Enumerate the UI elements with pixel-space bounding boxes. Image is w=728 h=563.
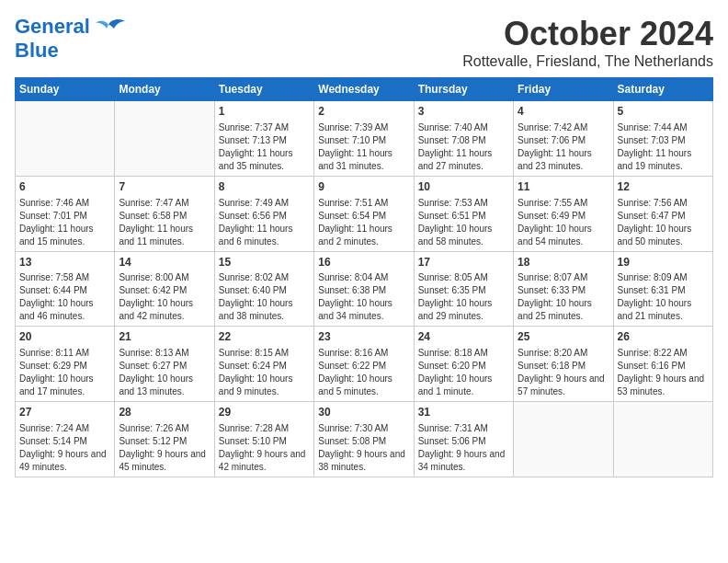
calendar-day-cell [613,402,712,477]
calendar-day-cell: 3Sunrise: 7:40 AMSunset: 7:08 PMDaylight… [414,101,513,177]
day-number: 17 [418,255,509,270]
day-info: Sunrise: 7:37 AMSunset: 7:13 PMDaylight:… [219,121,310,173]
day-number: 5 [618,104,709,120]
day-number: 1 [219,104,310,120]
calendar-week-row: 27Sunrise: 7:24 AMSunset: 5:14 PMDayligh… [16,402,713,477]
logo-text: GeneralBlue [15,15,90,63]
day-info: Sunrise: 7:53 AMSunset: 6:51 PMDaylight:… [418,197,509,248]
day-number: 13 [19,255,110,270]
day-number: 4 [518,104,609,120]
calendar-day-cell: 20Sunrise: 8:11 AMSunset: 6:29 PMDayligh… [16,327,115,402]
day-info: Sunrise: 7:39 AMSunset: 7:10 PMDaylight:… [318,121,409,173]
day-info: Sunrise: 7:49 AMSunset: 6:56 PMDaylight:… [219,197,310,248]
calendar-week-row: 1Sunrise: 7:37 AMSunset: 7:13 PMDaylight… [16,101,713,177]
calendar-day-cell: 24Sunrise: 8:18 AMSunset: 6:20 PMDayligh… [414,327,513,402]
day-number: 18 [518,255,609,270]
day-info: Sunrise: 8:18 AMSunset: 6:20 PMDaylight:… [418,347,509,398]
day-info: Sunrise: 8:16 AMSunset: 6:22 PMDaylight:… [318,347,409,398]
calendar-day-cell: 8Sunrise: 7:49 AMSunset: 6:56 PMDaylight… [214,176,313,251]
day-number: 27 [19,405,110,420]
day-info: Sunrise: 8:15 AMSunset: 6:24 PMDaylight:… [219,347,310,398]
calendar-day-cell: 17Sunrise: 8:05 AMSunset: 6:35 PMDayligh… [414,251,513,327]
day-info: Sunrise: 7:58 AMSunset: 6:44 PMDaylight:… [19,271,110,323]
weekday-header: Tuesday [214,78,313,101]
calendar-day-cell: 15Sunrise: 8:02 AMSunset: 6:40 PMDayligh… [214,251,313,327]
calendar-day-cell: 10Sunrise: 7:53 AMSunset: 6:51 PMDayligh… [414,176,513,251]
calendar-day-cell [115,101,214,177]
day-number: 3 [418,104,509,120]
month-title: October 2024 [462,15,713,53]
day-number: 31 [418,405,509,420]
calendar-day-cell: 23Sunrise: 8:16 AMSunset: 6:22 PMDayligh… [314,327,414,402]
day-number: 19 [618,255,709,270]
calendar-week-row: 13Sunrise: 7:58 AMSunset: 6:44 PMDayligh… [16,251,713,327]
calendar-header-row: SundayMondayTuesdayWednesdayThursdayFrid… [16,78,713,101]
day-info: Sunrise: 7:46 AMSunset: 7:01 PMDaylight:… [19,197,110,248]
calendar-day-cell: 1Sunrise: 7:37 AMSunset: 7:13 PMDaylight… [214,101,313,177]
day-info: Sunrise: 7:55 AMSunset: 6:49 PMDaylight:… [518,197,609,248]
calendar-day-cell: 16Sunrise: 8:04 AMSunset: 6:38 PMDayligh… [314,251,414,327]
calendar-day-cell: 9Sunrise: 7:51 AMSunset: 6:54 PMDaylight… [314,176,414,251]
calendar-day-cell: 30Sunrise: 7:30 AMSunset: 5:08 PMDayligh… [314,402,414,477]
calendar-day-cell: 31Sunrise: 7:31 AMSunset: 5:06 PMDayligh… [414,402,513,477]
calendar-day-cell: 28Sunrise: 7:26 AMSunset: 5:12 PMDayligh… [115,402,214,477]
calendar-day-cell: 4Sunrise: 7:42 AMSunset: 7:06 PMDaylight… [514,101,613,177]
day-number: 21 [119,329,210,345]
day-number: 14 [119,255,210,270]
day-number: 2 [318,104,409,120]
day-number: 10 [418,179,509,195]
calendar-day-cell [514,402,613,477]
day-info: Sunrise: 7:24 AMSunset: 5:14 PMDaylight:… [19,422,110,474]
day-info: Sunrise: 8:04 AMSunset: 6:38 PMDaylight:… [318,271,409,323]
day-number: 16 [318,255,409,270]
calendar-day-cell: 25Sunrise: 8:20 AMSunset: 6:18 PMDayligh… [514,327,613,402]
weekday-header: Thursday [414,78,513,101]
day-info: Sunrise: 8:20 AMSunset: 6:18 PMDaylight:… [518,347,609,398]
calendar-day-cell: 11Sunrise: 7:55 AMSunset: 6:49 PMDayligh… [514,176,613,251]
day-number: 23 [318,329,409,345]
title-block: October 2024 Rottevalle, Friesland, The … [462,15,713,70]
calendar-day-cell: 22Sunrise: 8:15 AMSunset: 6:24 PMDayligh… [214,327,313,402]
day-info: Sunrise: 7:42 AMSunset: 7:06 PMDaylight:… [518,121,609,173]
day-number: 12 [618,179,709,195]
calendar-day-cell: 5Sunrise: 7:44 AMSunset: 7:03 PMDaylight… [613,101,712,177]
day-info: Sunrise: 7:44 AMSunset: 7:03 PMDaylight:… [618,121,709,173]
day-info: Sunrise: 7:26 AMSunset: 5:12 PMDaylight:… [119,422,210,474]
calendar-week-row: 20Sunrise: 8:11 AMSunset: 6:29 PMDayligh… [16,327,713,402]
day-info: Sunrise: 8:09 AMSunset: 6:31 PMDaylight:… [618,271,709,323]
page-header: GeneralBlue October 2024 Rottevalle, Fri… [15,15,713,70]
calendar-day-cell: 13Sunrise: 7:58 AMSunset: 6:44 PMDayligh… [16,251,115,327]
calendar-day-cell [16,101,115,177]
calendar-day-cell: 14Sunrise: 8:00 AMSunset: 6:42 PMDayligh… [115,251,214,327]
location-subtitle: Rottevalle, Friesland, The Netherlands [462,53,713,70]
calendar-day-cell: 6Sunrise: 7:46 AMSunset: 7:01 PMDaylight… [16,176,115,251]
calendar-day-cell: 7Sunrise: 7:47 AMSunset: 6:58 PMDaylight… [115,176,214,251]
day-info: Sunrise: 7:30 AMSunset: 5:08 PMDaylight:… [318,422,409,474]
day-info: Sunrise: 7:56 AMSunset: 6:47 PMDaylight:… [618,197,709,248]
weekday-header: Sunday [16,78,115,101]
day-number: 29 [219,405,310,420]
day-info: Sunrise: 8:07 AMSunset: 6:33 PMDaylight:… [518,271,609,323]
day-number: 22 [219,329,310,345]
calendar-day-cell: 27Sunrise: 7:24 AMSunset: 5:14 PMDayligh… [16,402,115,477]
calendar-day-cell: 26Sunrise: 8:22 AMSunset: 6:16 PMDayligh… [613,327,712,402]
day-info: Sunrise: 7:28 AMSunset: 5:10 PMDaylight:… [219,422,310,474]
day-info: Sunrise: 7:47 AMSunset: 6:58 PMDaylight:… [119,197,210,248]
calendar-day-cell: 19Sunrise: 8:09 AMSunset: 6:31 PMDayligh… [613,251,712,327]
calendar-table: SundayMondayTuesdayWednesdayThursdayFrid… [15,77,713,477]
day-info: Sunrise: 7:40 AMSunset: 7:08 PMDaylight:… [418,121,509,173]
day-info: Sunrise: 8:00 AMSunset: 6:42 PMDaylight:… [119,271,210,323]
day-number: 9 [318,179,409,195]
day-info: Sunrise: 8:13 AMSunset: 6:27 PMDaylight:… [119,347,210,398]
day-number: 8 [219,179,310,195]
calendar-day-cell: 2Sunrise: 7:39 AMSunset: 7:10 PMDaylight… [314,101,414,177]
weekday-header: Friday [514,78,613,101]
day-info: Sunrise: 8:11 AMSunset: 6:29 PMDaylight:… [19,347,110,398]
day-info: Sunrise: 7:51 AMSunset: 6:54 PMDaylight:… [318,197,409,248]
calendar-day-cell: 21Sunrise: 8:13 AMSunset: 6:27 PMDayligh… [115,327,214,402]
weekday-header: Wednesday [314,78,414,101]
calendar-day-cell: 18Sunrise: 8:07 AMSunset: 6:33 PMDayligh… [514,251,613,327]
day-number: 20 [19,329,110,345]
calendar-day-cell: 29Sunrise: 7:28 AMSunset: 5:10 PMDayligh… [214,402,313,477]
day-number: 28 [119,405,210,420]
